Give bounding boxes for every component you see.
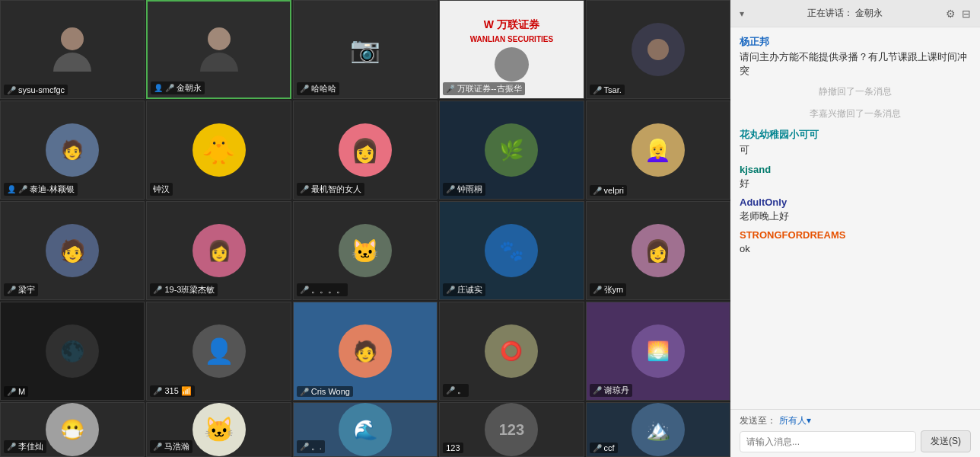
avatar-22: 🐱 — [192, 403, 246, 456]
name-tag-10: 🎤 velpri — [590, 185, 627, 196]
name-tag-5: 🎤 Tsar. — [590, 85, 625, 95]
msg-text-6: ok — [740, 242, 971, 256]
name-tag-22: 🎤 马浩瀚 — [150, 440, 192, 453]
mic-icon-1: 🎤 — [7, 86, 16, 94]
name-tag-2: 👤 🎤 金朝永 — [151, 81, 205, 94]
chat-message-1: 杨正邦 请问主办方能不能提供录播？有几节课跟上课时间冲突 — [740, 35, 971, 78]
chat-header: ▾ 正在讲话： 金朝永 ⚙ ⊟ — [730, 0, 980, 27]
video-cell-15: 👩 🎤 张ym — [586, 201, 730, 300]
mic-icon-19: 🎤 — [446, 386, 455, 395]
avatar-11: 🧑 — [46, 224, 99, 277]
sender-6: STRONGFORDREAMS — [740, 229, 971, 241]
mic-icon-21: 🎤 — [7, 443, 16, 451]
mic-icon-11: 🎤 — [7, 286, 16, 294]
mic-icon-4: 🎤 — [446, 85, 455, 93]
video-cell-19: ⭕ 🎤 。 — [439, 302, 584, 401]
video-cell-18: 🧑 🎤 Cris Wong — [293, 302, 438, 401]
name-tag-6: 👤 🎤 泰迪-林颖银 — [4, 183, 78, 196]
avatar-17: 👤 — [192, 324, 246, 378]
avatar-13: 🐱 — [339, 224, 392, 277]
avatar-10: 👱‍♀️ — [632, 123, 685, 177]
name-tag-11: 🎤 梁宇 — [4, 283, 38, 296]
avatar-12: 👩 — [192, 224, 246, 277]
chat-input[interactable] — [740, 431, 916, 452]
name-tag-15: 🎤 张ym — [590, 283, 627, 296]
name-tag-1: 🎤 sysu-smcfgc — [4, 85, 68, 95]
speaking-name: 金朝永 — [855, 8, 883, 18]
name-tag-4: 🎤 万联证券--古振华 — [443, 82, 524, 95]
to-everyone-button[interactable]: 所有人▾ — [779, 414, 811, 427]
chat-footer: 发送至： 所有人▾ 发送(S) — [730, 409, 980, 457]
wailian-logo: W 万联证券WANLIAN SECURITIES — [470, 18, 553, 44]
avatar-7: 🐥 — [192, 123, 246, 177]
chat-panel: ▾ 正在讲话： 金朝永 ⚙ ⊟ 杨正邦 请问主办方能不能提供录播？有几节课跟上课… — [730, 0, 980, 457]
msg-text-1: 请问主办方能不能提供录播？有几节课跟上课时间冲突 — [740, 50, 971, 78]
video-cell-22: 🐱 🎤 马浩瀚 — [146, 402, 291, 457]
participant-video-2 — [200, 27, 238, 72]
avatar-6: 🧑 — [46, 123, 99, 177]
name-tag-8: 🎤 最机智的女人 — [297, 183, 364, 196]
avatar-9: 🌿 — [485, 123, 538, 177]
host-icon: 👤 — [7, 185, 16, 193]
avatar-23: 🌊 — [339, 403, 392, 456]
system-msg-2: 李嘉兴撤回了一条消息 — [740, 106, 971, 122]
avatar-21: 😷 — [46, 403, 99, 456]
mic-icon-14: 🎤 — [446, 286, 455, 294]
video-grid: 🎤 sysu-smcfgc 👤 🎤 金朝永 📷 🎤 哈哈哈 W 万联证券WANL… — [0, 0, 730, 457]
video-cell-10: 👱‍♀️ 🎤 velpri — [586, 101, 730, 200]
header-controls: ⚙ ⊟ — [946, 8, 971, 20]
mic-icon-10: 🎤 — [593, 187, 602, 195]
video-cell-7: 🐥 钟汉 — [146, 101, 291, 200]
participant-video — [53, 27, 91, 72]
name-tag-19: 🎤 。 — [443, 384, 469, 397]
active-speaker-icon: 👤 — [154, 84, 163, 92]
to-row: 发送至： 所有人▾ — [740, 414, 971, 427]
name-tag-7: 钟汉 — [150, 183, 173, 196]
msg-text-5: 老师晚上好 — [740, 209, 971, 223]
system-msg-1: 静撤回了一条消息 — [740, 84, 971, 100]
mic-icon-18: 🎤 — [300, 388, 309, 396]
send-button[interactable]: 发送(S) — [921, 430, 971, 452]
dropdown-arrow[interactable]: ▾ — [740, 8, 744, 19]
mic-icon-20: 🎤 — [593, 386, 602, 395]
no-cam-icon: 📷 — [350, 35, 380, 64]
video-cell-5: 🎤 Tsar. — [586, 0, 730, 99]
person-avatar — [495, 47, 529, 81]
video-cell-4: W 万联证券WANLIAN SECURITIES 🎤 万联证券--古振华 — [439, 0, 584, 99]
video-cell-23: 🌊 🎤 。. — [293, 402, 438, 457]
minimize-icon[interactable]: ⊟ — [962, 8, 971, 20]
name-tag-23: 🎤 。. — [297, 440, 325, 453]
sender-4: kjsand — [740, 164, 971, 175]
video-cell-25: 🏔️ 🎤 ccf — [586, 402, 730, 457]
mic-icon-6: 🎤 — [18, 185, 27, 193]
avatar-19: ⭕ — [485, 324, 538, 378]
chat-message-system-2: 李嘉兴撤回了一条消息 — [740, 106, 971, 122]
sender-5: AdultOnly — [740, 197, 971, 208]
avatar-24: 123 — [485, 403, 538, 456]
chat-message-3: 花丸幼稚园小可可 可 — [740, 128, 971, 157]
name-tag-25: 🎤 ccf — [590, 443, 618, 453]
mic-icon-25: 🎤 — [593, 444, 602, 452]
settings-icon[interactable]: ⚙ — [946, 8, 956, 20]
avatar-14: 🐾 — [485, 224, 538, 277]
msg-text-4: 好 — [740, 177, 971, 190]
mic-icon-13: 🎤 — [300, 286, 309, 294]
video-cell-24: 123 123 — [439, 402, 584, 457]
video-cell-20: 🌅 🎤 谢琼丹 — [586, 302, 730, 401]
video-cell-11: 🧑 🎤 梁宇 — [0, 201, 145, 300]
avatar-25: 🏔️ — [632, 403, 685, 456]
mic-icon-3: 🎤 — [300, 85, 309, 93]
mic-icon-2: 🎤 — [165, 84, 174, 92]
name-tag-18: 🎤 Cris Wong — [297, 386, 353, 397]
mic-icon-5: 🎤 — [593, 86, 602, 94]
name-tag-14: 🎤 庄诚实 — [443, 283, 485, 296]
wailian-content: W 万联证券WANLIAN SECURITIES — [470, 18, 553, 81]
name-tag-17: 🎤 315 📶 — [150, 385, 194, 397]
name-tag-16: 🎤 M — [4, 386, 28, 397]
video-cell-1: 🎤 sysu-smcfgc — [0, 0, 145, 99]
video-cell-8: 👩 🎤 最机智的女人 — [293, 101, 438, 200]
chat-input-area: 发送(S) — [740, 430, 971, 452]
name-tag-21: 🎤 李佳灿 — [4, 440, 46, 453]
mic-icon-15: 🎤 — [593, 286, 602, 294]
avatar-8: 👩 — [339, 123, 392, 177]
